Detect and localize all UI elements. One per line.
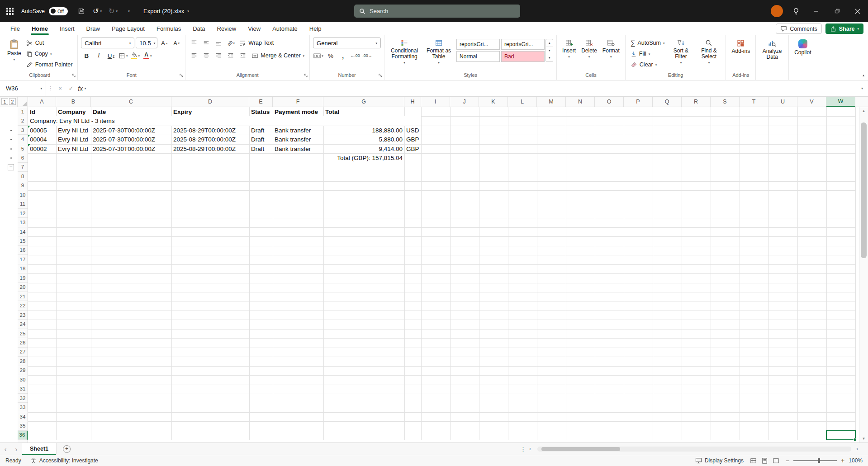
tab-draw[interactable]: Draw: [81, 22, 106, 35]
cell-B5[interactable]: Evry NI Ltd: [56, 144, 91, 153]
find-select-button[interactable]: Find & Select ▾: [695, 38, 722, 64]
cell-B1[interactable]: Company: [56, 107, 91, 116]
column-header-O[interactable]: O: [595, 97, 624, 107]
column-header-T[interactable]: T: [740, 97, 768, 107]
redo-button[interactable]: ↻▾: [107, 5, 119, 18]
column-header-H[interactable]: H: [404, 97, 421, 107]
tab-view[interactable]: View: [242, 22, 266, 35]
column-header-D[interactable]: D: [171, 97, 249, 107]
select-all-button[interactable]: [18, 97, 28, 107]
save-button[interactable]: [76, 5, 87, 18]
row-header-18[interactable]: 18: [18, 264, 28, 273]
next-sheet-button[interactable]: ›: [11, 445, 22, 453]
wrap-text-button[interactable]: Wrap Text: [237, 38, 275, 48]
cell-C4[interactable]: 2025-07-30T00:00:00Z: [91, 135, 171, 144]
column-header-P[interactable]: P: [624, 97, 653, 107]
collapse-ribbon-button[interactable]: ▴: [863, 73, 864, 77]
row-header-24[interactable]: 24: [18, 320, 28, 329]
increase-font-size-button[interactable]: A▴: [159, 38, 170, 48]
row-header-33[interactable]: 33: [18, 403, 28, 412]
tab-review[interactable]: Review: [211, 22, 242, 35]
row-header-20[interactable]: 20: [18, 283, 28, 292]
gallery-down-button[interactable]: ▼: [546, 47, 553, 55]
underline-button[interactable]: U▾: [105, 50, 116, 61]
tab-help[interactable]: Help: [304, 22, 327, 35]
cell-F1[interactable]: Payment mode: [273, 107, 323, 116]
customize-quick-access-button[interactable]: ▾: [123, 5, 135, 18]
cell-H3[interactable]: USD: [404, 126, 421, 135]
insert-function-button[interactable]: fx▾: [76, 83, 87, 94]
cell-G4[interactable]: 5,880.00: [323, 135, 404, 144]
cell-style-sample[interactable]: Bad: [501, 51, 545, 62]
column-header-M[interactable]: M: [537, 97, 566, 107]
zoom-slider-thumb[interactable]: [818, 458, 820, 463]
column-header-N[interactable]: N: [566, 97, 595, 107]
row-header-17[interactable]: 17: [18, 255, 28, 264]
tab-data[interactable]: Data: [187, 22, 211, 35]
cell-A2[interactable]: Company: Evry NI Ltd - 3 items: [28, 116, 421, 125]
row-header-2[interactable]: 2: [18, 116, 28, 125]
gallery-up-button[interactable]: ▲: [546, 39, 553, 47]
autosum-button[interactable]: ∑AutoSum▾: [629, 38, 667, 48]
font-color-button[interactable]: A ▾: [142, 50, 153, 61]
enter-button[interactable]: ✓: [66, 83, 76, 94]
cell-E1[interactable]: Status: [249, 107, 273, 116]
name-box[interactable]: W36▾: [0, 80, 46, 96]
sheet-options-icon[interactable]: ⋮: [520, 446, 526, 452]
row-header-6[interactable]: 6: [18, 153, 28, 162]
tab-page-layout[interactable]: Page Layout: [106, 22, 151, 35]
outline-level-1-button[interactable]: 1: [1, 98, 8, 105]
cell-C3[interactable]: 2025-07-30T00:00:00Z: [91, 126, 171, 135]
analyze-data-button[interactable]: Analyze Data: [759, 38, 785, 60]
paste-button[interactable]: Paste ▾: [5, 38, 24, 61]
column-header-U[interactable]: U: [768, 97, 797, 107]
cell-C5[interactable]: 2025-07-30T00:00:00Z: [91, 144, 171, 153]
page-layout-view-button[interactable]: [761, 457, 768, 464]
row-header-35[interactable]: 35: [18, 421, 28, 430]
tab-file[interactable]: File: [5, 22, 26, 35]
undo-button[interactable]: ↺▾: [91, 5, 103, 18]
row-header-9[interactable]: 9: [18, 181, 28, 190]
row-header-27[interactable]: 27: [18, 348, 28, 357]
row-header-32[interactable]: 32: [18, 394, 28, 403]
tab-automate[interactable]: Automate: [266, 22, 304, 35]
zoom-slider[interactable]: [793, 460, 837, 461]
alignment-dialog-launcher[interactable]: [304, 73, 308, 78]
sheet-tab-sheet1[interactable]: Sheet1: [22, 443, 57, 455]
cell-B4[interactable]: Evry NI Ltd: [56, 135, 91, 144]
number-dialog-launcher[interactable]: [378, 73, 383, 78]
cell-style-sample[interactable]: reportsGri...: [456, 39, 500, 50]
column-header-V[interactable]: V: [797, 97, 826, 107]
cell-D1[interactable]: Expiry: [171, 107, 249, 116]
fill-button[interactable]: Fill▾: [629, 48, 667, 59]
row-header-14[interactable]: 14: [18, 227, 28, 236]
decrease-decimal-button[interactable]: .00→: [362, 50, 373, 61]
row-header-3[interactable]: 3: [18, 126, 28, 135]
accounting-format-button[interactable]: ▾: [313, 50, 324, 61]
decrease-indent-button[interactable]: [225, 50, 236, 61]
scroll-up-icon[interactable]: ▲: [859, 109, 868, 113]
row-header-12[interactable]: 12: [18, 209, 28, 218]
zoom-out-button[interactable]: −: [786, 458, 789, 463]
clipboard-dialog-launcher[interactable]: [71, 73, 76, 78]
column-header-B[interactable]: B: [56, 97, 91, 107]
search-box[interactable]: [354, 5, 520, 18]
align-middle-button[interactable]: [201, 38, 212, 48]
cell-E4[interactable]: Draft: [249, 135, 273, 144]
column-header-L[interactable]: L: [508, 97, 537, 107]
row-header-13[interactable]: 13: [18, 218, 28, 227]
scroll-right-icon[interactable]: ›: [856, 446, 858, 452]
row-header-11[interactable]: 11: [18, 200, 28, 209]
row-header-36[interactable]: 36: [18, 431, 28, 440]
column-header-I[interactable]: I: [421, 97, 450, 107]
row-header-29[interactable]: 29: [18, 366, 28, 375]
format-as-table-button[interactable]: Format as Table ▾: [422, 38, 455, 64]
cell-G5[interactable]: 9,414.00: [323, 144, 404, 153]
row-header-5[interactable]: 5: [18, 144, 28, 153]
column-header-S[interactable]: S: [711, 97, 740, 107]
row-header-1[interactable]: 1: [18, 107, 28, 116]
column-header-K[interactable]: K: [479, 97, 508, 107]
comma-style-button[interactable]: ,: [337, 50, 348, 61]
fill-color-button[interactable]: ▾: [130, 50, 141, 61]
align-top-button[interactable]: [189, 38, 199, 48]
